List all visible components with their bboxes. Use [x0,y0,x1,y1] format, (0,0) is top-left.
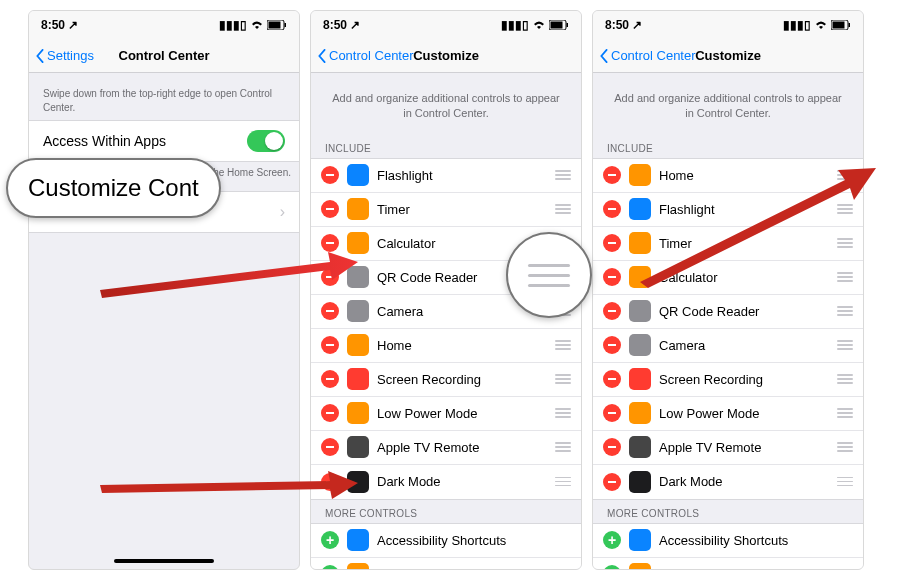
back-button[interactable]: Settings [35,48,94,63]
remove-button[interactable] [321,370,339,388]
row-label: Accessibility Shortcuts [377,533,571,548]
remove-button[interactable] [603,200,621,218]
control-row[interactable]: Apple TV Remote [311,431,581,465]
drag-handle-icon[interactable] [835,204,853,214]
drag-handle-icon[interactable] [553,442,571,452]
control-row[interactable]: Home [593,159,863,193]
toggle-switch[interactable] [247,130,285,152]
remove-button[interactable] [321,404,339,422]
app-icon [347,300,369,322]
remove-button[interactable] [321,200,339,218]
row-label: Camera [659,338,835,353]
drag-handle-icon[interactable] [553,408,571,418]
drag-handle-icon[interactable] [835,340,853,350]
remove-button[interactable] [321,336,339,354]
remove-button[interactable] [321,268,339,286]
back-button[interactable]: Control Center [599,48,696,63]
control-row[interactable]: Apple TV Remote [593,431,863,465]
add-button[interactable] [603,531,621,549]
row-label: Camera [377,304,553,319]
drag-handle-icon[interactable] [835,238,853,248]
drag-handle-icon[interactable] [553,340,571,350]
row-label: Timer [659,236,835,251]
control-row[interactable]: Dark Mode [311,465,581,499]
app-icon [347,436,369,458]
control-row[interactable]: Timer [593,227,863,261]
svg-rect-5 [567,23,569,27]
drag-handle-icon[interactable] [835,374,853,384]
remove-button[interactable] [603,336,621,354]
drag-handle-icon[interactable] [835,306,853,316]
back-button[interactable]: Control Center [317,48,414,63]
svg-rect-7 [833,22,845,29]
remove-button[interactable] [321,473,339,491]
control-row[interactable]: Low Power Mode [311,397,581,431]
control-row[interactable]: QR Code Reader [593,295,863,329]
location-icon: ↗ [350,18,360,32]
nav-bar: Control Center Customize [311,39,581,73]
drag-handle-icon[interactable] [553,170,571,180]
add-button[interactable] [603,565,621,569]
row-label: Calculator [659,270,835,285]
drag-handle-icon[interactable] [553,204,571,214]
remove-button[interactable] [321,438,339,456]
hint-text: Add and organize additional controls to … [311,73,581,135]
drag-handle-icon[interactable] [553,306,571,316]
drag-handle-icon[interactable] [553,272,571,282]
row-label: Dark Mode [659,474,835,489]
control-row[interactable]: Camera [593,329,863,363]
drag-handle-icon[interactable] [553,477,571,487]
control-row[interactable]: Screen Recording [311,363,581,397]
control-row[interactable]: Low Power Mode [593,397,863,431]
section-label-more: MORE CONTROLS [311,500,581,523]
location-icon: ↗ [632,18,642,32]
control-row[interactable]: Alarm [593,558,863,569]
remove-button[interactable] [321,166,339,184]
drag-handle-icon[interactable] [835,272,853,282]
drag-handle-icon[interactable] [835,170,853,180]
remove-button[interactable] [603,404,621,422]
control-row[interactable]: Dark Mode [593,465,863,499]
add-button[interactable] [321,565,339,569]
row-label: Low Power Mode [659,406,835,421]
remove-button[interactable] [321,302,339,320]
drag-handle-icon[interactable] [835,408,853,418]
control-row[interactable]: Flashlight [593,193,863,227]
control-row[interactable]: Calculator [311,227,581,261]
app-icon [347,334,369,356]
drag-handle-icon[interactable] [553,374,571,384]
drag-handle-icon[interactable] [835,442,853,452]
customize-controls-row[interactable]: Customize Controls › [29,192,299,232]
drag-handle-icon[interactable] [553,238,571,248]
add-button[interactable] [321,531,339,549]
control-row[interactable]: Home [311,329,581,363]
section-label-more: MORE CONTROLS [593,500,863,523]
remove-button[interactable] [603,438,621,456]
app-icon [629,436,651,458]
control-row[interactable]: Screen Recording [593,363,863,397]
remove-button[interactable] [603,268,621,286]
remove-button[interactable] [321,234,339,252]
app-icon [629,198,651,220]
control-row[interactable]: QR Code Reader [311,261,581,295]
remove-button[interactable] [603,473,621,491]
control-row[interactable]: Alarm [311,558,581,569]
remove-button[interactable] [603,166,621,184]
app-icon [347,164,369,186]
control-row[interactable]: Calculator [593,261,863,295]
app-icon [347,529,369,551]
control-row[interactable]: Flashlight [311,159,581,193]
app-icon [347,368,369,390]
control-row[interactable]: Camera [311,295,581,329]
row-label: Dark Mode [377,474,553,489]
drag-handle-icon[interactable] [835,477,853,487]
control-row[interactable]: Timer [311,193,581,227]
remove-button[interactable] [603,234,621,252]
control-row[interactable]: Accessibility Shortcuts [593,524,863,558]
remove-button[interactable] [603,370,621,388]
remove-button[interactable] [603,302,621,320]
access-within-apps-row[interactable]: Access Within Apps [29,121,299,161]
hint-text: Add and organize additional controls to … [593,73,863,135]
app-icon [629,529,651,551]
control-row[interactable]: Accessibility Shortcuts [311,524,581,558]
